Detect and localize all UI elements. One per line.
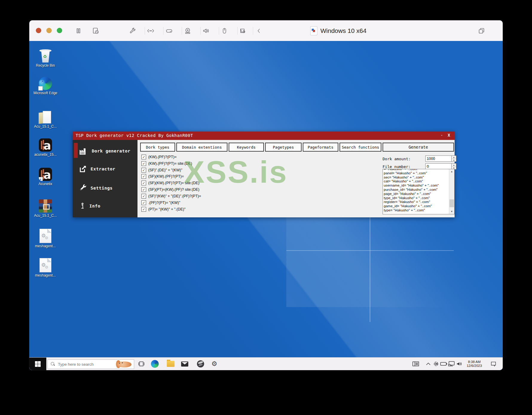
minimize-window-button[interactable] — [46, 28, 52, 33]
checkbox-checked-icon[interactable]: ✓ — [141, 194, 146, 199]
pattern-checkbox-row[interactable]: ✓(SF)(KW).(PF)?(PT)= — [141, 174, 184, 179]
generate-button[interactable]: Generate — [383, 143, 454, 152]
pattern-checkbox-row[interactable]: ✓(SF)".(DE)" + "(KW)" — [141, 168, 182, 173]
spin-down-icon: ▼ — [452, 159, 456, 161]
tray-chevron-up-icon[interactable] — [424, 360, 432, 368]
pattern-checkbox-row[interactable]: ✓(SF)(KW).(PF)?(PT)= site:(DE) — [141, 181, 199, 185]
pause-vm-icon[interactable] — [73, 26, 83, 36]
vm-file-icon — [310, 26, 317, 35]
results-scrollbar[interactable]: ▲ ▼ — [449, 169, 454, 214]
pattern-checkbox-row[interactable]: ✓(PT)= "(KW)" + ".(DE)" — [141, 207, 186, 212]
sound-toolbar-icon[interactable] — [201, 26, 211, 36]
show-all-windows-icon[interactable] — [476, 26, 487, 36]
app-close-button[interactable]: X — [446, 133, 452, 139]
harddisk-icon[interactable] — [164, 26, 174, 36]
desktop-icon-acu-rar[interactable]: Acu_15.1_C... — [32, 197, 59, 218]
cdrom-icon[interactable] — [183, 26, 193, 36]
desktop-icon-microsoft-edge[interactable]: Microsoft Edge — [32, 74, 59, 95]
tab-keywords[interactable]: Keywords — [229, 143, 264, 152]
search-icon — [51, 362, 55, 366]
sidebar-item-extractor[interactable]: Extractor — [79, 162, 115, 176]
taskbar-file-explorer-button[interactable] — [166, 360, 175, 368]
wrench-toolbar-icon[interactable] — [127, 26, 137, 36]
desktop-icon-acunetix-installer[interactable]: a acunetix_15... — [32, 136, 59, 157]
news-feeds-icon[interactable] — [412, 360, 420, 368]
file-explorer-icon — [167, 361, 175, 367]
clock-date: 12/6/2023 — [463, 364, 485, 368]
app-titlebar[interactable]: TSP Dork generator v12 Cracked By Gokhan… — [73, 132, 455, 140]
checkbox-checked-icon[interactable]: ✓ — [141, 174, 146, 179]
active-item-accent — [74, 143, 78, 158]
checkbox-checked-icon[interactable]: ✓ — [141, 200, 146, 205]
clock-time: 8:38 AM — [463, 360, 485, 364]
tab-pageformats[interactable]: Pageformats — [303, 143, 338, 152]
network-adapter-icon[interactable] — [146, 26, 156, 36]
gear-icon: ⚙ — [211, 361, 217, 367]
wrench-icon — [79, 184, 88, 192]
acunetix-shortcut-icon: a — [39, 168, 52, 181]
zoom-window-button[interactable] — [57, 28, 62, 33]
taskbar-search[interactable] — [48, 359, 134, 369]
scroll-down-icon[interactable]: ▼ — [449, 209, 454, 214]
taskbar-clock[interactable]: 8:38 AM 12/6/2023 — [463, 360, 485, 368]
checkbox-checked-icon[interactable]: ✓ — [141, 155, 146, 159]
checkbox-checked-icon[interactable]: ✓ — [141, 161, 146, 166]
app-minimize-button[interactable]: - — [438, 133, 445, 139]
info-icon — [79, 202, 86, 210]
meet-now-icon[interactable] — [432, 360, 440, 368]
desktop-icon-acunetix-shortcut[interactable]: a Acunetix — [32, 165, 59, 186]
file-number-label: File number: — [383, 164, 411, 169]
search-highlight-axolotl-image[interactable] — [116, 359, 133, 369]
sidebar-item-dork-generator[interactable]: Dork generator — [79, 144, 130, 158]
start-button[interactable] — [29, 358, 46, 370]
taskbar-browser-button[interactable] — [196, 360, 205, 368]
scroll-up-icon[interactable]: ▲ — [449, 169, 454, 174]
notification-center-icon[interactable] — [490, 360, 497, 368]
pattern-checkbox-row[interactable]: ✓.(PF)?(PT)= "(KW)" — [141, 200, 180, 205]
desktop-icon-recycle-bin[interactable]: ♻ Recycle Bin — [32, 47, 59, 68]
pattern-checkbox-row[interactable]: ✓(SF)(PT)=(KW).(PF)? site:(DE) — [141, 187, 199, 192]
taskbar-mail-button[interactable] — [180, 360, 189, 368]
volume-icon[interactable] — [455, 360, 463, 368]
spinner-arrows[interactable]: ▲▼ — [451, 163, 456, 170]
pattern-checkbox-row[interactable]: ✓(KW).(PF)?(PT)= — [141, 155, 177, 159]
sidebar-item-settings[interactable]: Settings — [79, 181, 113, 195]
tab-domain-extentions[interactable]: Domain extentions — [176, 143, 227, 152]
spin-up-icon: ▲ — [452, 164, 456, 167]
taskbar-settings-button[interactable]: ⚙ — [210, 360, 219, 368]
browser-globe-icon — [197, 360, 204, 367]
collapse-toolbar-icon[interactable] — [254, 26, 264, 36]
mouse-icon[interactable] — [219, 26, 230, 36]
desktop-icon-acu-folder[interactable]: Acu_15.1_C... — [32, 108, 59, 129]
tab-dork-types[interactable]: Dork types — [140, 143, 175, 152]
desktop-icon-meshagent-1[interactable]: ⚙⚙ meshagent... — [32, 228, 59, 248]
acunetix-icon: a — [39, 138, 52, 152]
checkbox-checked-icon[interactable]: ✓ — [141, 187, 146, 192]
result-line: register= "Hakusho" + "..com" — [384, 200, 449, 204]
spinner-arrows[interactable]: ▲▼ — [451, 155, 456, 162]
checkbox-checked-icon[interactable]: ✓ — [141, 168, 146, 173]
tab-search-functions[interactable]: Search functions — [340, 143, 381, 152]
network-icon[interactable] — [448, 360, 455, 368]
file-number-input[interactable] — [425, 163, 452, 170]
battery-icon[interactable] — [440, 360, 448, 368]
sidebar-item-info[interactable]: Info — [79, 199, 100, 213]
results-listbox[interactable]: = "Hakusho" + "..com" panel= "Hakusho" +… — [383, 169, 455, 214]
scrollbar-thumb[interactable] — [450, 199, 454, 207]
close-window-button[interactable] — [36, 28, 41, 33]
pattern-checkbox-row[interactable]: ✓(KW).(PF)?(PT)= site:(DE) — [141, 161, 192, 166]
checkbox-checked-icon[interactable]: ✓ — [141, 181, 146, 185]
usb-settings-icon[interactable] — [238, 26, 248, 36]
task-view-button[interactable] — [137, 360, 146, 368]
toolbar-separator — [182, 27, 182, 35]
desktop-icon-meshagent-2[interactable]: ⚙⚙ meshagent... — [32, 257, 59, 277]
dork-amount-label: Dork amount: — [383, 157, 411, 161]
dork-amount-input[interactable] — [425, 155, 452, 162]
checkbox-checked-icon[interactable]: ✓ — [141, 207, 146, 212]
search-input[interactable] — [57, 362, 116, 367]
tab-pagetypes[interactable]: Pagetypes — [265, 143, 302, 152]
pattern-checkbox-row[interactable]: ✓(SF)"(KW)" + "(DE)".(PF)?(PT)= — [141, 194, 201, 199]
snapshot-icon[interactable] — [91, 26, 101, 36]
taskbar-edge-button[interactable] — [150, 360, 159, 368]
windows-taskbar: ⚙ — [29, 357, 503, 370]
